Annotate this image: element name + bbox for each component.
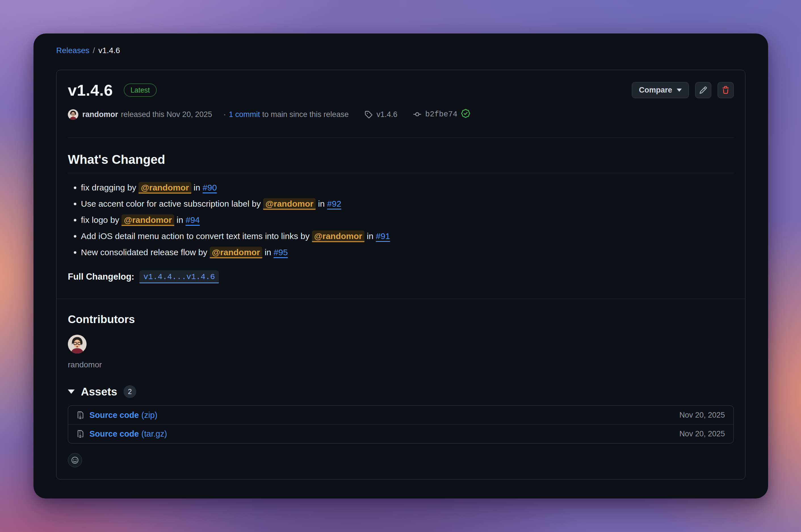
assets-count-badge: 2 [123,385,136,398]
asset-date: Nov 20, 2025 [679,411,725,420]
mention-link[interactable]: @randomor [210,247,262,258]
assets-toggle[interactable]: Assets 2 [68,385,734,398]
latest-badge: Latest [124,83,157,97]
git-commit-icon [413,110,421,118]
change-text: New consolidated release flow by [81,248,207,257]
change-text: fix logo by [81,215,119,225]
breadcrumb-current: v1.4.6 [98,46,120,55]
commit-group: b2fbe74 [413,109,470,120]
asset-row-zip[interactable]: Source code (zip) Nov 20, 2025 [68,406,733,424]
commits-suffix: to main since this release [262,110,349,119]
change-item: Add iOS detail menu action to convert te… [81,231,734,241]
breadcrumb-separator: / [93,46,95,55]
avatar[interactable] [68,109,78,120]
file-zip-icon [77,411,84,419]
pr-link[interactable]: #91 [376,231,390,241]
whats-changed-heading: What's Changed [68,152,734,173]
asset-date: Nov 20, 2025 [679,430,725,438]
release-notes: What's Changed fix dragging by @randomor… [56,152,745,283]
change-text: Add iOS detail menu action to convert te… [81,231,309,241]
asset-ext: (tar.gz) [141,429,167,439]
release-header: v1.4.6 Latest Compare ran [56,70,745,138]
pr-link[interactable]: #90 [203,183,217,192]
section-divider [56,299,745,299]
breadcrumb-releases-link[interactable]: Releases [56,46,90,55]
mention-link[interactable]: @randomor [121,214,174,226]
byline-dot: · [223,110,226,119]
mention-link[interactable]: @randomor [138,182,191,194]
verified-badge-icon[interactable] [461,109,470,120]
compare-button[interactable]: Compare [632,82,689,98]
assets-heading: Assets [81,385,117,398]
full-changelog-label: Full Changelog: [68,272,134,282]
changes-list: fix dragging by @randomor in #90 Use acc… [68,183,734,257]
lower-section: Contributors randomor Assets 2 Source co… [56,313,745,479]
chevron-down-icon [677,89,682,92]
commit-hash-link[interactable]: b2fbe74 [425,110,457,119]
full-changelog-link[interactable]: v1.4.4...v1.4.6 [139,270,219,283]
disclosure-triangle-icon [68,390,75,394]
pr-link[interactable]: #95 [274,248,288,257]
mention-link[interactable]: @randomor [312,230,364,242]
release-byline: randomor released this Nov 20, 2025 · 1 … [68,109,734,120]
tag-icon [364,110,373,118]
header-divider [68,137,734,138]
header-actions: Compare [632,82,734,98]
change-conjunction: in [318,199,325,208]
tag-label: v1.4.6 [376,110,397,119]
contributor-name: randomor [68,360,734,369]
change-item: New consolidated release flow by @random… [81,248,734,257]
file-zip-icon [77,430,84,438]
pencil-icon [699,86,707,94]
change-item: Use accent color for active subscription… [81,199,734,209]
change-text: fix dragging by [81,183,136,192]
add-reaction-button[interactable] [68,453,82,467]
compare-button-label: Compare [639,86,672,95]
contributors-heading: Contributors [68,313,734,326]
trash-icon [722,86,730,94]
change-item: fix dragging by @randomor in #90 [81,183,734,192]
released-text: released this Nov 20, 2025 [121,110,212,119]
release-page-panel: Releases / v1.4.6 v1.4.6 Latest Compare [34,34,768,498]
commits-since-link[interactable]: 1 commit [229,110,260,119]
change-conjunction: in [194,183,200,192]
pr-link[interactable]: #94 [186,215,200,225]
release-title: v1.4.6 [68,81,113,99]
change-text: Use accent color for active subscription… [81,199,261,208]
asset-link[interactable]: Source code [90,411,139,420]
mention-link[interactable]: @randomor [263,198,316,210]
author-name[interactable]: randomor [82,110,118,119]
change-conjunction: in [367,231,373,241]
change-item: fix logo by @randomor in #94 [81,215,734,225]
contributor-avatar[interactable] [68,335,87,354]
breadcrumb: Releases / v1.4.6 [56,46,745,55]
pr-link[interactable]: #92 [327,199,341,208]
release-card: v1.4.6 Latest Compare ran [56,70,745,479]
edit-release-button[interactable] [695,82,711,98]
delete-release-button[interactable] [718,82,734,98]
full-changelog: Full Changelog: v1.4.4...v1.4.6 [68,270,734,283]
tag-group: v1.4.6 [364,110,397,119]
change-conjunction: in [176,215,183,225]
asset-row-targz[interactable]: Source code (tar.gz) Nov 20, 2025 [68,424,733,443]
change-conjunction: in [265,248,271,257]
asset-ext: (zip) [141,411,157,420]
smiley-icon [71,456,79,464]
asset-link[interactable]: Source code [90,429,139,439]
assets-list: Source code (zip) Nov 20, 2025 Source co… [68,405,734,443]
